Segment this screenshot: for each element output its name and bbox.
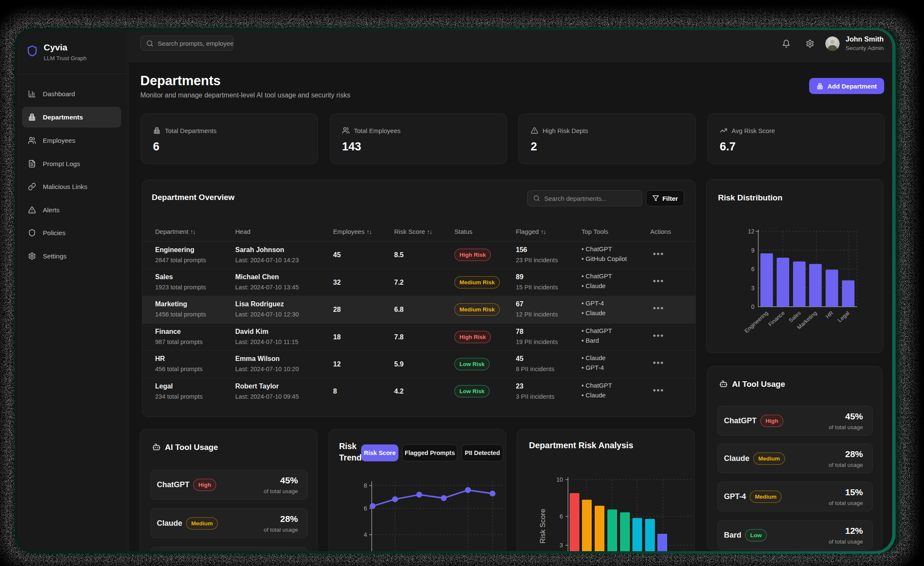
svg-text:Engineering: Engineering [743,310,769,334]
svg-text:Legal: Legal [836,310,851,324]
svg-text:6: 6 [559,513,563,520]
svg-text:6: 6 [751,266,754,272]
svg-text:Finance: Finance [767,310,786,327]
svg-text:9: 9 [751,247,754,254]
svg-text:Sales: Sales [788,310,802,324]
svg-text:12: 12 [748,228,754,235]
svg-text:3: 3 [559,542,563,549]
svg-text:4: 4 [364,531,367,538]
svg-text:10: 10 [556,476,563,483]
svg-text:0: 0 [751,303,754,310]
svg-text:Risk Score: Risk Score [539,509,547,544]
svg-text:3: 3 [751,285,754,291]
svg-text:8: 8 [364,482,367,489]
svg-text:HR: HR [824,310,835,320]
svg-text:6: 6 [364,505,367,512]
